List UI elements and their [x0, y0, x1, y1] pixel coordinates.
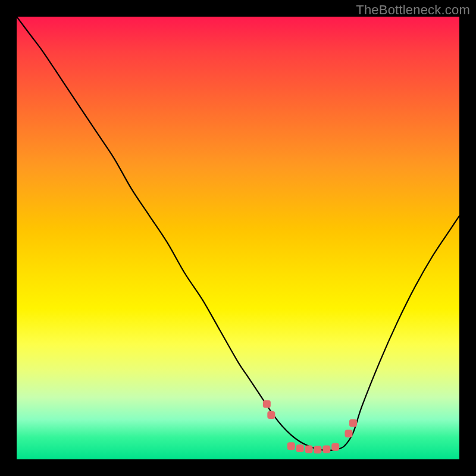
marker-dot	[263, 400, 271, 408]
marker-dot	[314, 446, 321, 453]
marker-dot	[305, 445, 313, 453]
watermark-text: TheBottleneck.com	[356, 2, 470, 18]
bottleneck-curve	[17, 17, 459, 450]
chart-frame: TheBottleneck.com	[0, 0, 476, 476]
marker-dot	[267, 411, 275, 419]
marker-dot	[331, 443, 339, 451]
plot-area	[17, 17, 459, 459]
highlight-markers	[263, 400, 357, 454]
marker-dot	[287, 442, 295, 450]
marker-dot	[345, 430, 353, 437]
marker-dot	[349, 419, 357, 427]
marker-dot	[322, 445, 330, 453]
marker-dot	[296, 444, 304, 452]
curve-layer	[17, 17, 459, 459]
